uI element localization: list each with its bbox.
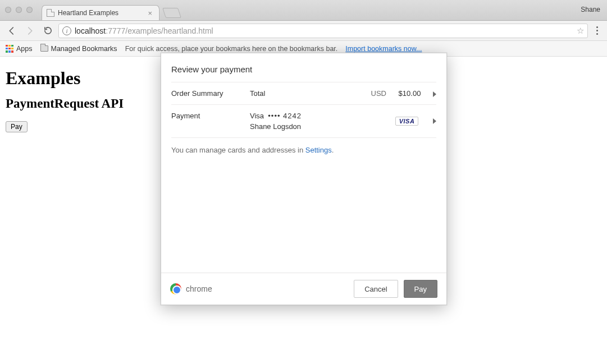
minimize-window-icon[interactable] <box>16 7 22 13</box>
order-currency: USD <box>371 89 386 98</box>
url-host: localhost <box>75 26 106 35</box>
cancel-button[interactable]: Cancel <box>354 280 398 298</box>
window-controls <box>5 7 33 13</box>
chevron-right-icon <box>433 118 436 124</box>
import-bookmarks-link[interactable]: Import bookmarks now... <box>345 45 422 53</box>
folder-icon <box>40 45 48 52</box>
payment-method-row[interactable]: Payment Visa •••• 4242 Shane Logsdon VIS… <box>171 104 436 137</box>
sheet-title: Review your payment <box>171 64 436 74</box>
url-path: :7777/examples/heartland.html <box>106 26 213 35</box>
chrome-menu-button[interactable] <box>591 26 603 35</box>
visa-badge-icon: VISA <box>395 117 419 126</box>
forward-button[interactable] <box>22 24 37 38</box>
payment-request-sheet: Review your payment Order Summary Total … <box>161 53 447 305</box>
settings-link[interactable]: Settings <box>305 146 332 154</box>
zoom-window-icon[interactable] <box>26 7 33 13</box>
close-tab-icon[interactable]: × <box>145 9 154 17</box>
page-pay-button[interactable]: Pay <box>6 121 28 132</box>
chrome-brand: chrome <box>170 283 212 294</box>
apps-shortcut[interactable]: Apps <box>6 45 33 53</box>
apps-label: Apps <box>16 45 33 53</box>
manage-settings-line: You can manage cards and addresses in Se… <box>171 137 436 162</box>
order-summary-label: Order Summary <box>171 89 250 98</box>
managed-bookmarks-label: Managed Bookmarks <box>51 45 117 53</box>
new-tab-button[interactable] <box>162 8 181 18</box>
tab-title: Heartland Examples <box>58 9 118 17</box>
payment-card-mask: •••• 4242 <box>268 112 302 120</box>
page-icon <box>47 9 54 17</box>
order-summary-row[interactable]: Order Summary Total USD $10.00 <box>171 82 436 104</box>
sheet-footer: chrome Cancel Pay <box>161 273 446 305</box>
close-window-icon[interactable] <box>5 7 11 13</box>
payment-card-brand: Visa <box>250 112 264 120</box>
manage-prefix: You can manage cards and addresses in <box>171 146 305 154</box>
chevron-right-icon <box>433 91 436 97</box>
chrome-logo-icon <box>170 283 181 294</box>
bookmark-star-icon[interactable]: ☆ <box>577 26 584 36</box>
bookmarks-hint: For quick access, place your bookmarks h… <box>125 45 338 53</box>
order-amount: $10.00 <box>399 89 421 98</box>
order-total-label: Total <box>250 89 371 98</box>
address-bar[interactable]: i localhost:7777/examples/heartland.html… <box>58 24 588 38</box>
chrome-brand-label: chrome <box>186 284 212 293</box>
apps-icon <box>6 45 13 53</box>
browser-toolbar: i localhost:7777/examples/heartland.html… <box>0 21 607 41</box>
browser-tab-strip: Heartland Examples × Shane <box>0 0 607 21</box>
reload-button[interactable] <box>40 24 55 38</box>
payment-card-name: Shane Logsdon <box>250 122 395 131</box>
browser-tab-active[interactable]: Heartland Examples × <box>42 5 159 20</box>
pay-button[interactable]: Pay <box>404 280 437 298</box>
payment-label: Payment <box>171 112 250 120</box>
site-info-icon[interactable]: i <box>62 26 71 35</box>
managed-bookmarks-folder[interactable]: Managed Bookmarks <box>40 45 117 53</box>
back-button[interactable] <box>4 24 19 38</box>
profile-button[interactable]: Shane <box>581 6 600 13</box>
